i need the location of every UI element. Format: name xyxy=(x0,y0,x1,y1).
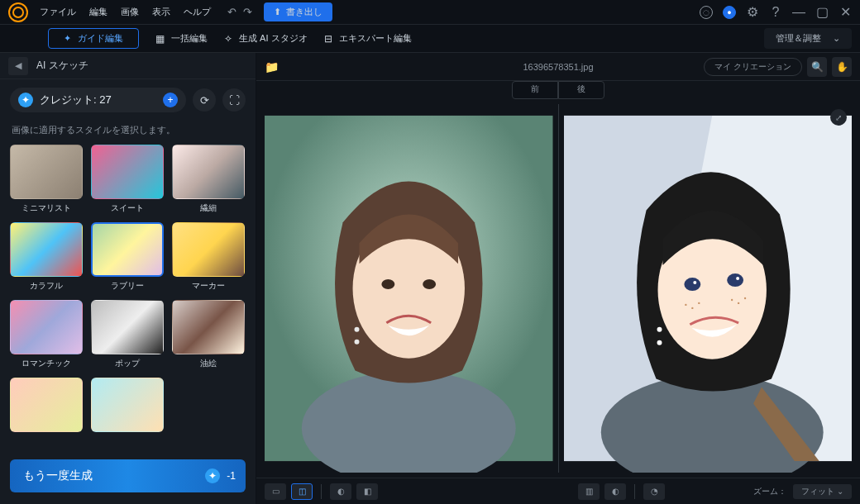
zoom-select[interactable]: フィット ⌄ xyxy=(793,484,852,499)
undo-icon[interactable]: ↶ xyxy=(227,6,236,18)
svg-point-19 xyxy=(730,299,732,301)
tab-expert-edit[interactable]: ⊟ エキスパート編集 xyxy=(324,32,412,45)
menu-image[interactable]: 画像 xyxy=(121,6,139,18)
svg-point-18 xyxy=(698,302,700,304)
style-lovely-label: ラブリー xyxy=(111,280,144,292)
histogram-button[interactable]: ◔ xyxy=(643,483,665,500)
svg-point-22 xyxy=(657,327,662,332)
style-delicate-label: 繊細 xyxy=(200,202,217,214)
back-button[interactable]: ◀ xyxy=(8,57,28,75)
gear-icon[interactable]: ⚙ xyxy=(746,6,759,19)
svg-point-23 xyxy=(657,340,662,345)
svg-point-4 xyxy=(381,279,394,289)
style-oil[interactable] xyxy=(172,300,245,354)
main-menu: ファイル 編集 画像 表示 ヘルプ xyxy=(40,6,211,18)
generate-button[interactable]: もう一度生成 ✦ -1 xyxy=(10,459,246,492)
style-romantic[interactable] xyxy=(10,300,83,354)
style-minimalist-label: ミニマリスト xyxy=(22,202,71,214)
credit-cost-icon: ✦ xyxy=(205,468,220,483)
contrast-button[interactable]: ◐ xyxy=(604,483,626,500)
svg-point-21 xyxy=(743,297,745,299)
help-icon[interactable]: ? xyxy=(769,6,782,19)
credit-label: クレジット: 27 xyxy=(40,93,112,107)
svg-point-12 xyxy=(684,278,700,291)
style-sweet[interactable] xyxy=(91,145,164,199)
gift-button[interactable]: ⛶ xyxy=(222,88,246,112)
tab-expert-edit-label: エキスパート編集 xyxy=(339,32,412,45)
svg-point-16 xyxy=(685,304,686,306)
sliders-icon: ⊟ xyxy=(324,33,332,45)
notification-icon[interactable]: ● xyxy=(723,6,736,19)
view-split-button[interactable]: ◫ xyxy=(291,483,313,500)
tab-gen-ai-studio[interactable]: ✧ 生成 AI スタジオ xyxy=(224,32,308,45)
menu-view[interactable]: 表示 xyxy=(152,6,170,18)
style-extra-1[interactable] xyxy=(10,378,83,432)
style-extra-2[interactable] xyxy=(91,378,164,432)
tab-batch-edit[interactable]: ▦ 一括編集 xyxy=(155,32,208,45)
my-creation-button[interactable]: マイ クリエーション xyxy=(704,58,802,76)
upload-icon: ⬆ xyxy=(274,7,281,17)
before-tab[interactable]: 前 xyxy=(512,81,558,99)
filename: 16396578351.jpg xyxy=(523,62,593,72)
style-oil-label: 油絵 xyxy=(200,358,217,369)
chevron-down-icon: ⌄ xyxy=(833,33,840,44)
style-delicate[interactable] xyxy=(172,145,245,199)
svg-point-14 xyxy=(693,281,696,284)
style-pop[interactable] xyxy=(91,300,164,354)
style-romantic-label: ロマンチック xyxy=(22,358,71,369)
view-single-button[interactable]: ▭ xyxy=(265,483,286,500)
tab-guide-edit-label: ガイド編集 xyxy=(78,32,123,45)
menu-edit[interactable]: 編集 xyxy=(89,6,108,18)
style-marker[interactable] xyxy=(172,222,245,277)
expand-icon[interactable]: ⤢ xyxy=(830,109,847,126)
menu-help[interactable]: ヘルプ xyxy=(184,6,211,18)
menu-file[interactable]: ファイル xyxy=(40,6,76,18)
svg-point-7 xyxy=(355,340,360,345)
style-colorful-label: カラフル xyxy=(30,280,63,292)
minimize-icon[interactable]: — xyxy=(792,6,805,19)
zoom-label: ズーム： xyxy=(753,486,786,497)
generate-cost: -1 xyxy=(227,470,236,482)
zoom-value: フィット xyxy=(801,487,834,496)
refresh-button[interactable]: ⟳ xyxy=(193,88,216,112)
compare-vert-button[interactable]: ▥ xyxy=(578,483,600,500)
folder-icon[interactable]: 📁 xyxy=(265,60,279,74)
after-tab[interactable]: 後 xyxy=(558,81,604,99)
tab-guide-edit[interactable]: ✦ ガイド編集 xyxy=(48,28,139,49)
wand-icon: ✦ xyxy=(64,33,71,44)
svg-point-13 xyxy=(727,273,743,287)
svg-point-17 xyxy=(691,307,693,309)
tab-batch-edit-label: 一括編集 xyxy=(171,32,208,45)
svg-point-15 xyxy=(736,277,739,280)
export-button[interactable]: ⬆ 書き出し xyxy=(264,2,332,21)
toggle-b-button[interactable]: ◧ xyxy=(356,483,378,500)
tab-gen-ai-label: 生成 AI スタジオ xyxy=(239,32,308,45)
toggle-a-button[interactable]: ◐ xyxy=(330,483,351,500)
redo-icon[interactable]: ↷ xyxy=(243,6,252,18)
user-icon[interactable]: ◌ xyxy=(700,6,713,19)
close-icon[interactable]: ✕ xyxy=(838,6,852,19)
grid-icon: ▦ xyxy=(155,33,165,45)
style-minimalist[interactable] xyxy=(10,145,83,199)
svg-point-20 xyxy=(737,302,738,304)
style-marker-label: マーカー xyxy=(192,280,225,292)
style-colorful[interactable] xyxy=(10,222,83,277)
zoom-tool-icon[interactable]: 🔍 xyxy=(807,57,827,77)
chevron-down-icon: ⌄ xyxy=(837,487,843,496)
export-label: 書き出し xyxy=(286,6,322,18)
style-sweet-label: スイート xyxy=(111,202,144,214)
sparkle-icon: ✧ xyxy=(224,33,232,45)
style-lovely[interactable] xyxy=(91,222,164,277)
adjust-dropdown[interactable]: 管理＆調整 ⌄ xyxy=(764,28,852,49)
generate-label: もう一度生成 xyxy=(23,468,93,483)
hand-tool-icon[interactable]: ✋ xyxy=(832,57,852,77)
style-pop-label: ポップ xyxy=(115,358,140,369)
before-image xyxy=(265,104,553,473)
app-logo xyxy=(8,2,28,22)
sidebar-title: AI スケッチ xyxy=(36,59,88,73)
add-credit-button[interactable]: + xyxy=(163,93,178,107)
credit-pill: ✦ クレジット: 27 + xyxy=(10,88,186,112)
style-grid: ミニマリスト スイート 繊細 カラフル ラブリー マーカー ロマンチック ポップ… xyxy=(0,145,256,451)
credit-icon: ✦ xyxy=(18,93,33,107)
maximize-icon[interactable]: ▢ xyxy=(815,6,829,19)
